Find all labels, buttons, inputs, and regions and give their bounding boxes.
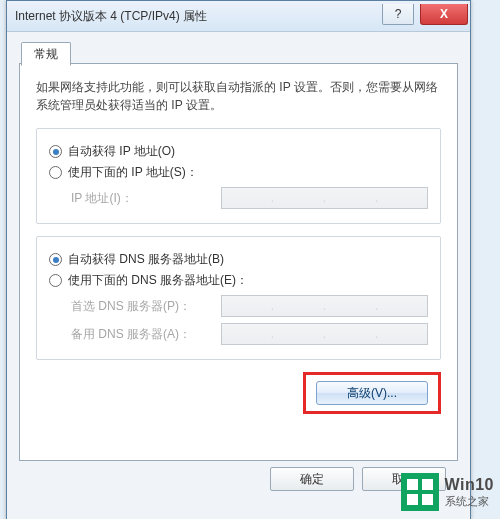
help-icon: ? <box>395 7 402 21</box>
dns-preferred-row: 首选 DNS 服务器(P)： ... <box>71 295 428 317</box>
dns-manual-label: 使用下面的 DNS 服务器地址(E)： <box>68 272 248 289</box>
ip-auto-label: 自动获得 IP 地址(O) <box>68 143 175 160</box>
advanced-button-area: 高级(V)... <box>36 372 441 414</box>
dns-preferred-label: 首选 DNS 服务器(P)： <box>71 298 221 315</box>
dialog-buttons: 确定 取消 <box>19 461 458 491</box>
titlebar[interactable]: Internet 协议版本 4 (TCP/IPv4) 属性 ? X <box>7 1 470 32</box>
dns-alternate-label: 备用 DNS 服务器(A)： <box>71 326 221 343</box>
intro-text: 如果网络支持此功能，则可以获取自动指派的 IP 设置。否则，您需要从网络系统管理… <box>36 78 441 114</box>
close-button[interactable]: X <box>420 4 468 25</box>
watermark: Win10 系统之家 <box>401 473 494 511</box>
dns-group: 自动获得 DNS 服务器地址(B) 使用下面的 DNS 服务器地址(E)： 首选… <box>36 236 441 360</box>
ip-manual-label: 使用下面的 IP 地址(S)： <box>68 164 198 181</box>
dialog-title: Internet 协议版本 4 (TCP/IPv4) 属性 <box>15 8 376 25</box>
dns-auto-label: 自动获得 DNS 服务器地址(B) <box>68 251 224 268</box>
ip-address-label: IP 地址(I)： <box>71 190 221 207</box>
annotation-highlight: 高级(V)... <box>303 372 441 414</box>
ipv4-properties-dialog: Internet 协议版本 4 (TCP/IPv4) 属性 ? X 常规 如果网… <box>6 0 471 519</box>
dns-auto-option[interactable]: 自动获得 DNS 服务器地址(B) <box>49 251 428 268</box>
radio-icon <box>49 253 62 266</box>
dns-preferred-input: ... <box>221 295 428 317</box>
dns-alternate-input: ... <box>221 323 428 345</box>
tabstrip: 常规 <box>19 42 458 64</box>
help-button[interactable]: ? <box>382 4 414 25</box>
ip-manual-option[interactable]: 使用下面的 IP 地址(S)： <box>49 164 428 181</box>
tab-sheet: 如果网络支持此功能，则可以获取自动指派的 IP 设置。否则，您需要从网络系统管理… <box>19 63 458 461</box>
radio-icon <box>49 166 62 179</box>
ok-button[interactable]: 确定 <box>270 467 354 491</box>
watermark-line1: Win10 <box>445 476 494 494</box>
ip-address-input: ... <box>221 187 428 209</box>
windows-logo-icon <box>401 473 439 511</box>
ip-address-group: 自动获得 IP 地址(O) 使用下面的 IP 地址(S)： IP 地址(I)： … <box>36 128 441 224</box>
watermark-line2: 系统之家 <box>445 494 494 509</box>
radio-icon <box>49 145 62 158</box>
dns-alternate-row: 备用 DNS 服务器(A)： ... <box>71 323 428 345</box>
advanced-button[interactable]: 高级(V)... <box>316 381 428 405</box>
radio-icon <box>49 274 62 287</box>
tab-general[interactable]: 常规 <box>21 42 71 66</box>
dialog-client-area: 常规 如果网络支持此功能，则可以获取自动指派的 IP 设置。否则，您需要从网络系… <box>7 32 470 519</box>
close-icon: X <box>440 7 448 21</box>
watermark-text: Win10 系统之家 <box>445 476 494 509</box>
ip-auto-option[interactable]: 自动获得 IP 地址(O) <box>49 143 428 160</box>
dns-manual-option[interactable]: 使用下面的 DNS 服务器地址(E)： <box>49 272 428 289</box>
ip-address-row: IP 地址(I)： ... <box>71 187 428 209</box>
